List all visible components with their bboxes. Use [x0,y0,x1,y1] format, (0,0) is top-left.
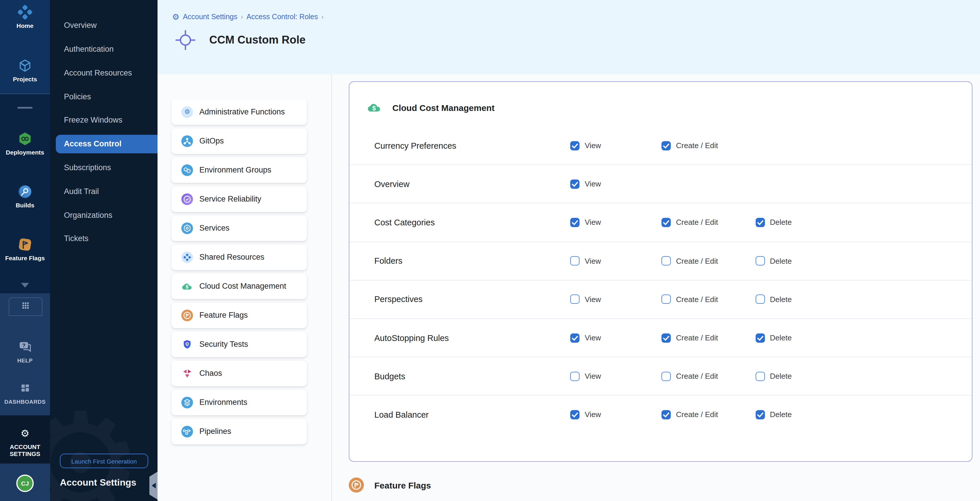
view-permission[interactable]: View [570,410,601,419]
view-checkbox[interactable] [570,371,579,381]
shared-resources-icon [181,252,193,263]
launch-first-generation-button[interactable]: Launch First Generation [60,453,148,468]
sidebar-item-home[interactable]: Home [0,5,50,29]
breadcrumb-access-control-roles[interactable]: Access Control: Roles [247,13,318,21]
nav-item-subscriptions[interactable]: Subscriptions [50,158,158,177]
create-edit-permission[interactable]: Create / Edit [662,141,718,150]
view-permission[interactable]: View [570,218,601,227]
sidebar-item-dashboards[interactable]: DASHBOARDS [0,381,50,405]
nav-item-policies[interactable]: Policies [50,87,158,106]
create-edit-permission[interactable]: Create / Edit [662,256,718,265]
create-edit-permission[interactable]: Create / Edit [662,371,718,381]
nav-item-overview[interactable]: Overview [50,16,158,35]
delete-checkbox[interactable] [755,410,765,419]
resource-category-list: ⚙Administrative FunctionsGitOpsEnvironme… [172,99,307,444]
delete-checkbox[interactable] [755,333,765,342]
delete-permission[interactable]: Delete [755,333,792,342]
resource-card-label: Shared Resources [199,253,264,262]
nav-item-audit-trail[interactable]: Audit Trail [50,182,158,200]
resource-card-services[interactable]: Services [172,216,307,241]
create-edit-permission[interactable]: Create / Edit [662,333,718,342]
view-checkbox[interactable] [570,218,579,227]
delete-permission[interactable]: Delete [755,256,792,265]
next-section-header: Feature Flags [349,477,431,493]
delete-permission[interactable]: Delete [755,295,792,304]
breadcrumb-account-settings[interactable]: Account Settings [183,13,237,21]
resource-card-environment-groups[interactable]: Environment Groups [172,157,307,183]
checkbox-label: View [585,180,601,189]
checkbox-label: Create / Edit [676,295,718,304]
nav-item-label: Subscriptions [50,163,111,172]
create-edit-checkbox[interactable] [662,218,671,227]
sidebar-item-deployments[interactable]: Deployments [0,131,50,156]
view-permission[interactable]: View [570,371,601,381]
delete-permission[interactable]: Delete [755,218,792,227]
nav-item-label: Policies [50,92,91,101]
nav-item-access-control[interactable]: Access Control [56,135,158,153]
collapse-sidebar-button[interactable] [150,472,158,499]
breadcrumb: ⚙ Account Settings › Access Control: Rol… [172,12,327,22]
resource-card-environments[interactable]: Environments [172,390,307,415]
resource-card-label: Service Reliability [199,195,261,204]
chevron-down-icon[interactable] [21,283,29,287]
view-checkbox[interactable] [570,256,579,265]
checkbox-label: Create / Edit [676,257,718,265]
resource-card-service-reliability[interactable]: Service Reliability [172,187,307,212]
user-avatar[interactable]: CJ [16,474,34,492]
view-permission[interactable]: View [570,333,601,342]
resource-card-pipelines[interactable]: Pipelines [172,419,307,444]
nav-item-label: Account Resources [50,68,132,77]
resource-card-shared-resources[interactable]: Shared Resources [172,244,307,270]
nav-item-tickets[interactable]: Tickets [50,230,158,248]
resource-card-ccm-cloud[interactable]: $Cloud Cost Management [172,274,307,299]
sidebar-item-builds[interactable]: Builds [0,184,50,209]
nav-item-label: Audit Trail [50,187,99,195]
view-permission[interactable]: View [570,141,601,150]
permission-name: Currency Preferences [374,141,456,150]
nav-item-authentication[interactable]: Authentication [50,40,158,59]
resource-card-admin-gear[interactable]: ⚙Administrative Functions [172,99,307,125]
delete-checkbox[interactable] [755,371,765,381]
view-checkbox[interactable] [570,179,579,189]
permission-name: AutoStopping Rules [374,333,449,342]
delete-checkbox[interactable] [755,218,765,227]
create-edit-permission[interactable]: Create / Edit [662,295,718,304]
sidebar-item-help[interactable]: ? HELP [0,339,50,364]
nav-item-label: Access Control [56,140,121,148]
sidebar-item-projects[interactable]: Projects [0,58,50,83]
delete-checkbox[interactable] [755,256,765,265]
create-edit-checkbox[interactable] [662,256,671,265]
view-checkbox[interactable] [570,410,579,419]
delete-permission[interactable]: Delete [755,371,792,381]
delete-checkbox[interactable] [755,295,765,304]
create-edit-checkbox[interactable] [662,295,671,304]
sidebar-item-feature-flags[interactable]: Feature Flags [0,237,50,262]
create-edit-permission[interactable]: Create / Edit [662,218,718,227]
resource-card-gitops[interactable]: GitOps [172,128,307,154]
view-checkbox[interactable] [570,141,579,150]
view-permission[interactable]: View [570,295,601,304]
module-picker-button[interactable] [9,297,43,316]
nav-item-freeze-windows[interactable]: Freeze Windows [50,111,158,130]
resource-card-security-tests[interactable]: Security Tests [172,332,307,357]
nav-item-organizations[interactable]: Organizations [50,206,158,224]
create-edit-checkbox[interactable] [662,141,671,150]
delete-permission[interactable]: Delete [755,410,792,419]
app: Home Projects Deployments Builds F [0,0,980,501]
view-checkbox[interactable] [570,295,579,304]
sidebar-item-account-settings[interactable]: ⚙ ACCOUNT SETTINGS [0,426,50,457]
permission-name: Budgets [374,371,405,381]
checkbox-label: Create / Edit [676,372,718,381]
create-edit-permission[interactable]: Create / Edit [662,410,718,419]
view-permission[interactable]: View [570,179,601,189]
nav-item-account-resources[interactable]: Account Resources [50,63,158,82]
resource-card-chaos[interactable]: Chaos [172,361,307,386]
chaos-icon [181,368,193,379]
environment-groups-icon [181,164,193,176]
view-checkbox[interactable] [570,333,579,342]
create-edit-checkbox[interactable] [662,410,671,419]
resource-card-feature-flags[interactable]: Feature Flags [172,303,307,328]
create-edit-checkbox[interactable] [662,371,671,381]
create-edit-checkbox[interactable] [662,333,671,342]
view-permission[interactable]: View [570,256,601,265]
